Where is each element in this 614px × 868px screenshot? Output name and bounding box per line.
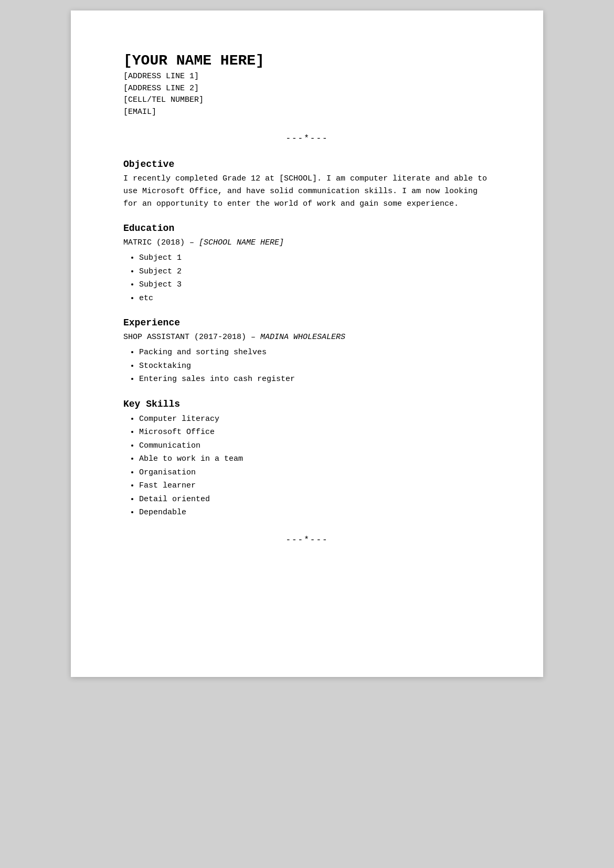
list-item: etc	[139, 292, 491, 305]
top-divider: ---*---	[123, 134, 491, 143]
education-title: Education	[123, 223, 491, 234]
education-subjects-list: Subject 1 Subject 2 Subject 3 etc	[139, 251, 491, 305]
education-section: Education MATRIC (2018) – [SCHOOL NAME H…	[123, 223, 491, 305]
education-entry: MATRIC (2018) – [SCHOOL NAME HERE]	[123, 237, 491, 249]
resume-page: [YOUR NAME HERE] [ADDRESS LINE 1] [ADDRE…	[71, 10, 543, 677]
education-body: MATRIC (2018) – [SCHOOL NAME HERE] Subje…	[123, 237, 491, 305]
list-item: Packing and sorting shelves	[139, 346, 491, 359]
list-item: Stocktaking	[139, 359, 491, 373]
key-skills-body: Computer literacy Microsoft Office Commu…	[123, 412, 491, 520]
list-item: Communication	[139, 439, 491, 453]
experience-section: Experience SHOP ASSISTANT (2017-2018) – …	[123, 317, 491, 386]
address-line1: [ADDRESS LINE 1]	[123, 71, 491, 83]
list-item: Subject 1	[139, 251, 491, 265]
objective-body: I recently completed Grade 12 at [SCHOOL…	[123, 173, 491, 210]
list-item: Fast learner	[139, 479, 491, 493]
header-section: [YOUR NAME HERE] [ADDRESS LINE 1] [ADDRE…	[123, 52, 491, 118]
address-block: [ADDRESS LINE 1] [ADDRESS LINE 2] [CELL/…	[123, 71, 491, 118]
experience-duties-list: Packing and sorting shelves Stocktaking …	[139, 346, 491, 386]
education-entry-text: MATRIC (2018) – [SCHOOL NAME HERE]	[123, 238, 284, 247]
list-item: Entering sales into cash register	[139, 373, 491, 386]
key-skills-section: Key Skills Computer literacy Microsoft O…	[123, 399, 491, 520]
experience-entry-plain: SHOP ASSISTANT (2017-2018) –	[123, 333, 260, 342]
list-item: Microsoft Office	[139, 426, 491, 439]
objective-title: Objective	[123, 159, 491, 170]
objective-section: Objective I recently completed Grade 12 …	[123, 159, 491, 210]
address-line2: [ADDRESS LINE 2]	[123, 83, 491, 95]
experience-title: Experience	[123, 317, 491, 328]
key-skills-list: Computer literacy Microsoft Office Commu…	[139, 412, 491, 520]
list-item: Detail oriented	[139, 493, 491, 506]
bottom-divider: ---*---	[123, 535, 491, 545]
experience-entry-italic: MADINA WHOLESALERS	[260, 333, 345, 342]
list-item: Organisation	[139, 466, 491, 480]
phone-field: [CELL/TEL NUMBER]	[123, 94, 491, 107]
list-item: Subject 3	[139, 278, 491, 292]
list-item: Able to work in a team	[139, 452, 491, 466]
name-field: [YOUR NAME HERE]	[123, 52, 491, 69]
experience-body: SHOP ASSISTANT (2017-2018) – MADINA WHOL…	[123, 331, 491, 386]
objective-text: I recently completed Grade 12 at [SCHOOL…	[123, 173, 491, 210]
experience-entry: SHOP ASSISTANT (2017-2018) – MADINA WHOL…	[123, 331, 491, 344]
key-skills-title: Key Skills	[123, 399, 491, 409]
email-field: [EMAIL]	[123, 107, 491, 119]
list-item: Computer literacy	[139, 412, 491, 426]
list-item: Subject 2	[139, 265, 491, 279]
list-item: Dependable	[139, 506, 491, 520]
